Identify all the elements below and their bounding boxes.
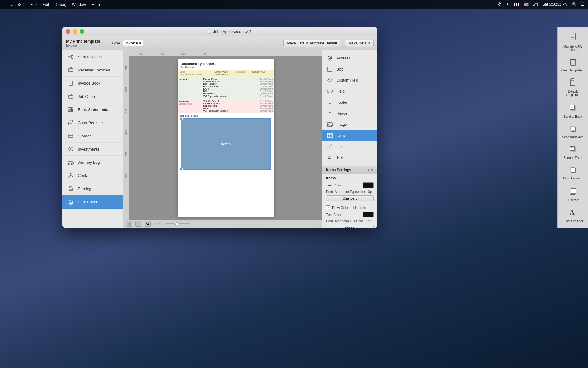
- headers-text-color-label: Text Color: [326, 213, 360, 217]
- menu-file[interactable]: File: [30, 2, 37, 7]
- sidebar-item-cash-register[interactable]: Cash Register: [62, 116, 123, 129]
- settings-panel: Items Settings ▲ ▼ Items Text Color Font: [322, 166, 377, 228]
- close-button[interactable]: [66, 29, 70, 34]
- minimize-button[interactable]: [73, 29, 77, 34]
- settings-up-arrow[interactable]: ▲: [367, 168, 370, 172]
- sidebar-item-printing[interactable]: Printing: [62, 182, 123, 195]
- maximize-button[interactable]: [80, 29, 84, 34]
- bluetooth-icon: ✦: [506, 2, 509, 6]
- element-box[interactable]: Box: [322, 64, 377, 75]
- footer-icon: [326, 99, 334, 106]
- document: Document Type 00001 Tax Document Date: S…: [178, 59, 274, 217]
- items-label: Items: [337, 133, 345, 138]
- sidebar-label-contacts: Contacts: [78, 173, 93, 178]
- resize-handle-top-left[interactable]: [180, 117, 183, 120]
- items-section-title: Items: [322, 174, 377, 181]
- duplicate-label: Duplicate: [567, 198, 579, 202]
- headers-font-row: Font American T...r Bold 10pt: [322, 219, 377, 224]
- action-clear-template[interactable]: Clear Template...: [558, 55, 588, 75]
- investments-icon: $: [67, 146, 74, 152]
- element-header[interactable]: Header: [322, 108, 377, 119]
- sidebar-item-print-editor[interactable]: Print Editor: [62, 195, 123, 209]
- trash-icon: [569, 58, 577, 67]
- sidebar-item-invoice-book[interactable]: Invoice Book: [62, 77, 123, 90]
- zoom-slider[interactable]: [165, 223, 190, 224]
- apple-menu[interactable]: : [4, 2, 5, 7]
- sidebar-item-contacts[interactable]: Contacts: [62, 169, 123, 182]
- headers-text-color-swatch[interactable]: [363, 212, 374, 217]
- element-address[interactable]: Address: [322, 53, 377, 64]
- make-default-template-btn[interactable]: Make Default Template Default: [283, 40, 340, 47]
- doc-subtitle: Tax Document: [181, 66, 271, 68]
- action-migrate[interactable]: Migrate to US Letter...: [558, 29, 588, 55]
- svg-rect-57: [570, 79, 575, 86]
- battery-icon: ▮▮▮: [513, 2, 520, 6]
- type-dropdown[interactable]: Invoice ▾: [123, 40, 143, 46]
- action-substitute-font[interactable]: A Substitute Font: [558, 205, 588, 226]
- action-bring-to-front[interactable]: Bring to Front: [558, 142, 588, 163]
- menu-debug[interactable]: Debug: [55, 2, 66, 7]
- draw-headers-checkbox[interactable]: ✓: [326, 205, 330, 209]
- zoom-slider-thumb[interactable]: [175, 222, 178, 225]
- resize-handle-bottom-right[interactable]: [269, 168, 272, 170]
- action-duplicate[interactable]: Duplicate: [558, 184, 588, 205]
- action-send-to-back[interactable]: Send to Back: [558, 101, 588, 121]
- bring-forward-label: Bring Forward: [563, 177, 582, 180]
- svg-rect-14: [69, 123, 70, 124]
- send-backward-icon: [569, 125, 577, 134]
- default-template-label: Default Template...: [560, 90, 586, 97]
- menu-edit[interactable]: Edit: [42, 2, 49, 7]
- element-image[interactable]: Image: [322, 119, 377, 130]
- svg-rect-34: [327, 90, 332, 93]
- element-field[interactable]: Field: [322, 86, 377, 97]
- sidebar-item-bank-statements[interactable]: Bank Statements: [62, 103, 123, 116]
- element-items[interactable]: Items: [322, 130, 377, 141]
- items-icon: [326, 132, 334, 139]
- zoom-plus-button[interactable]: +: [126, 221, 132, 227]
- headers-font-value: American T...r Bold 10pt: [335, 219, 371, 223]
- app-name[interactable]: UctoX 2: [11, 2, 25, 7]
- items-change-button[interactable]: Change...: [326, 195, 374, 201]
- element-text[interactable]: A Text: [322, 152, 377, 163]
- menu-window[interactable]: Window: [72, 2, 86, 7]
- element-line[interactable]: Line: [322, 141, 377, 152]
- items-text-color-row: Text Color: [322, 181, 377, 189]
- resize-handle-bottom-left[interactable]: [180, 168, 183, 170]
- items-text-color-swatch[interactable]: [363, 182, 374, 188]
- action-send-backward[interactable]: Send Backward: [558, 121, 588, 142]
- zoom-minus-button[interactable]: −: [135, 221, 141, 227]
- sidebar-item-storage[interactable]: Storage: [62, 129, 123, 143]
- make-default-btn[interactable]: Make Default: [345, 40, 374, 47]
- sidebar-item-investments[interactable]: $ Investments: [62, 143, 123, 156]
- canvas-settings-button[interactable]: ⚙: [145, 221, 151, 227]
- action-default-template[interactable]: Default Template...: [558, 75, 588, 100]
- zoom-level: 100%: [154, 222, 162, 226]
- send-to-back-icon: [569, 104, 577, 114]
- sidebar-item-sent-invoices[interactable]: Sent Invoices: [62, 50, 123, 63]
- items-box[interactable]: Items: [181, 118, 271, 170]
- send-backward-label: Send Backward: [562, 136, 583, 139]
- menu-help[interactable]: Help: [92, 2, 100, 7]
- svg-rect-48: [570, 33, 575, 40]
- search-icon[interactable]: 🔍: [572, 2, 577, 6]
- action-bring-forward[interactable]: Bring Forward: [558, 163, 588, 183]
- resize-handle-top-right[interactable]: [269, 117, 272, 120]
- traffic-lights: [66, 29, 84, 34]
- sidebar-label-investments: Investments: [78, 147, 99, 151]
- canvas-area: 125 250 375 500 125 250 375 500 625 750: [123, 50, 322, 228]
- settings-down-arrow[interactable]: ▼: [371, 168, 374, 172]
- text-label: Text: [337, 155, 343, 160]
- element-footer[interactable]: Footer: [322, 97, 377, 108]
- sidebar-item-job-offers[interactable]: Job Offers: [62, 90, 123, 103]
- svg-text:A: A: [328, 155, 331, 160]
- sender-label: Sender: [178, 77, 202, 99]
- sidebar-item-received-invoices[interactable]: Received Invoices: [62, 63, 123, 77]
- received-invoices-icon: [67, 67, 74, 73]
- settings-arrows: ▲ ▼: [367, 168, 374, 172]
- list-icon[interactable]: ☰: [581, 2, 584, 6]
- element-custom-field[interactable]: Custom Field: [322, 75, 377, 86]
- headers-change-button[interactable]: Change...: [326, 225, 374, 228]
- svg-rect-9: [72, 109, 73, 111]
- svg-rect-15: [71, 123, 72, 124]
- sidebar-item-journey-log[interactable]: Journey Log: [62, 156, 123, 169]
